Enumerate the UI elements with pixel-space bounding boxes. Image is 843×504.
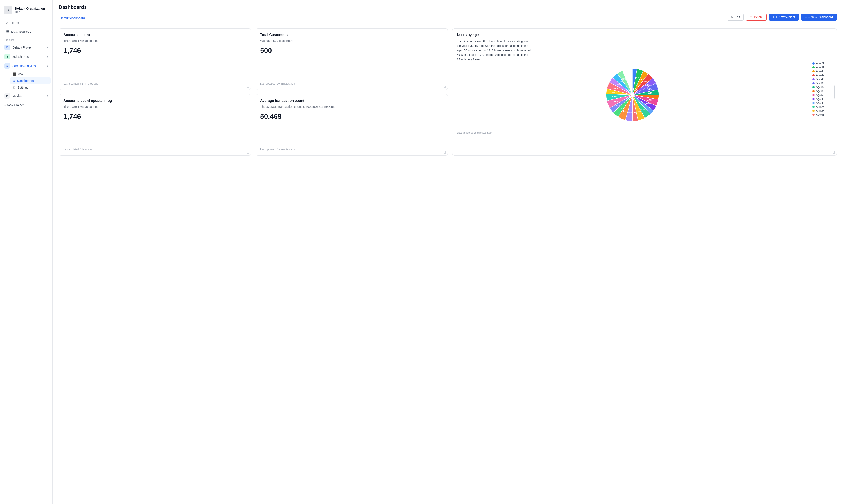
pie-label: 4.4% [628, 111, 632, 113]
sub-nav: ⬛ Ask ◉ Dashboards ⚙ Settings [0, 70, 52, 91]
legend-label: Age 45 [816, 102, 824, 105]
widget-accounts-bg: Accounts count update in bg There are 17… [59, 94, 251, 156]
main-header: Dashboards Default dashboard ✏ Edit 🗑 De… [53, 0, 843, 23]
legend-label: Age 29 [816, 62, 824, 65]
legend-dot [812, 114, 815, 116]
resize-handle-accounts-bg[interactable] [247, 151, 249, 154]
pie-description: The pie chart shows the distribution of … [457, 39, 532, 62]
sidebar-datasources-label: Data Sources [11, 30, 31, 33]
org-block[interactable]: D Default Organization Dan [0, 3, 52, 18]
legend-dot [812, 106, 815, 108]
pie-label: 3.2% [648, 92, 653, 94]
resize-handle-customers[interactable] [444, 86, 446, 88]
sidebar-project-sample[interactable]: S Sample Analytics ▴ [0, 61, 52, 70]
tab-default-dashboard[interactable]: Default dashboard [59, 14, 86, 22]
legend-item: Age 56 [812, 113, 832, 116]
legend-item: Age 39 [812, 66, 832, 69]
sidebar-item-home[interactable]: ⌂ Home [2, 19, 51, 27]
legend-dot [812, 74, 815, 76]
edit-button[interactable]: ✏ Edit [727, 14, 743, 21]
tab-bar: Default dashboard ✏ Edit 🗑 Delete + + Ne… [59, 14, 837, 23]
legend-dot [812, 62, 815, 65]
pie-chart-container: 4%3.4%3.8%3.6%4.2%3.2%4.2%3.2%4.2%4.4%3.… [457, 62, 808, 128]
sidebar-project-default[interactable]: D Default Project ▾ [0, 43, 52, 52]
legend-label: Age 50 [816, 93, 824, 96]
new-dashboard-label: + New Dashboard [808, 15, 833, 19]
legend-dot [812, 70, 815, 72]
widget-subtitle-customers: We have 500 customers. [260, 39, 443, 42]
widget-value-customers: 500 [260, 47, 443, 55]
legend-label: Age 30 [816, 82, 824, 85]
pie-label: 4.2% [641, 108, 645, 110]
legend-item: Age 50 [812, 93, 832, 96]
trash-icon: 🗑 [750, 15, 753, 19]
legend-label: Age 40 [816, 70, 824, 73]
chevron-down-icon: ▾ [47, 46, 48, 49]
sidebar-project-movies[interactable]: M Movies ▾ [0, 91, 52, 100]
tab-label: Default dashboard [60, 16, 85, 20]
pie-title: Users by age [457, 33, 832, 37]
pie-label: 3.4% [616, 104, 621, 106]
sidebar-item-settings[interactable]: ⚙ Settings [10, 84, 51, 91]
project-avatar-splash: S [4, 54, 10, 59]
legend-item: Age 46 [812, 78, 832, 81]
edit-label: Edit [735, 15, 740, 19]
widget-subtitle-accounts: There are 1746 accounts. [64, 39, 247, 42]
legend-item: Age 35 [812, 109, 832, 112]
sidebar-project-splash[interactable]: S Splash Prod ▾ [0, 52, 52, 61]
sidebar-item-data-sources[interactable]: ⊟ Data Sources [2, 27, 51, 36]
pie-label: 3.8% [643, 80, 647, 83]
pie-label: 3.2% [646, 103, 650, 105]
pie-label: 3.2% [612, 91, 617, 93]
pie-footer: Last updated: 18 minutes ago [457, 128, 832, 134]
pie-label: 3.4% [639, 78, 644, 80]
project-avatar-sample: S [4, 63, 10, 69]
new-project-button[interactable]: + New Project [0, 101, 52, 109]
sidebar-home-label: Home [10, 21, 19, 24]
project-avatar-default: D [4, 44, 10, 50]
legend-label: Age 46 [816, 78, 824, 81]
pie-label: 3.6% [622, 78, 626, 80]
pie-label: 3.4% [632, 111, 636, 113]
sidebar-item-dashboards[interactable]: ◉ Dashboards [10, 77, 51, 84]
chevron-up-icon: ▴ [47, 64, 48, 67]
resize-handle-pie[interactable] [833, 151, 835, 154]
project-name-movies: Movies [12, 94, 44, 97]
dashboards-label: Dashboards [17, 79, 34, 83]
widget-title-avg: Average transaction count [260, 99, 443, 103]
widget-value-accounts-bg: 1,746 [64, 112, 247, 121]
sidebar-item-ask[interactable]: ⬛ Ask [10, 71, 51, 77]
home-icon: ⌂ [6, 21, 8, 24]
delete-button[interactable]: 🗑 Delete [746, 14, 766, 21]
new-dashboard-button[interactable]: + + New Dashboard [801, 14, 837, 21]
widget-total-customers: Total Customers We have 500 customers. 5… [255, 28, 448, 90]
widget-accounts-count: Accounts count There are 1746 accounts. … [59, 28, 251, 90]
pie-label: 3.8% [618, 80, 623, 83]
pie-legend: Age 29 Age 39 Age 40 Age 42 Age 46 Age 3… [812, 62, 832, 116]
resize-handle[interactable] [247, 86, 249, 88]
resize-handle-avg[interactable] [444, 151, 446, 154]
chevron-down-icon-splash: ▾ [47, 55, 48, 58]
org-user: Dan [15, 10, 45, 14]
pie-visual: 4%3.4%3.8%3.6%4.2%3.2%4.2%3.2%4.2%4.4%3.… [457, 62, 832, 128]
legend-label: Age 56 [816, 113, 824, 116]
legend-label: Age 35 [816, 109, 824, 112]
pie-label: 4.8% [623, 110, 627, 112]
org-avatar: D [3, 6, 12, 15]
project-name-default: Default Project [12, 46, 44, 49]
main-area: Dashboards Default dashboard ✏ Edit 🗑 De… [53, 0, 843, 504]
widget-subtitle-accounts-bg: There are 1746 accounts. [64, 105, 247, 108]
pie-label: 4.2% [647, 88, 652, 90]
projects-section-label: Projects [0, 36, 52, 43]
delete-label: Delete [754, 15, 763, 19]
new-widget-button[interactable]: + + New Widget [769, 14, 799, 21]
widget-footer-accounts: Last updated: 51 minutes ago [64, 78, 247, 85]
db-icon: ⊟ [6, 30, 9, 33]
legend-label: Age 32 [816, 86, 824, 89]
legend-item: Age 33 [812, 90, 832, 93]
legend-item: Age 42 [812, 74, 832, 77]
pie-label: 3.6% [645, 84, 650, 86]
legend-label: Age 42 [816, 74, 824, 77]
scrollbar[interactable] [835, 85, 835, 98]
legend-dot [812, 110, 815, 112]
